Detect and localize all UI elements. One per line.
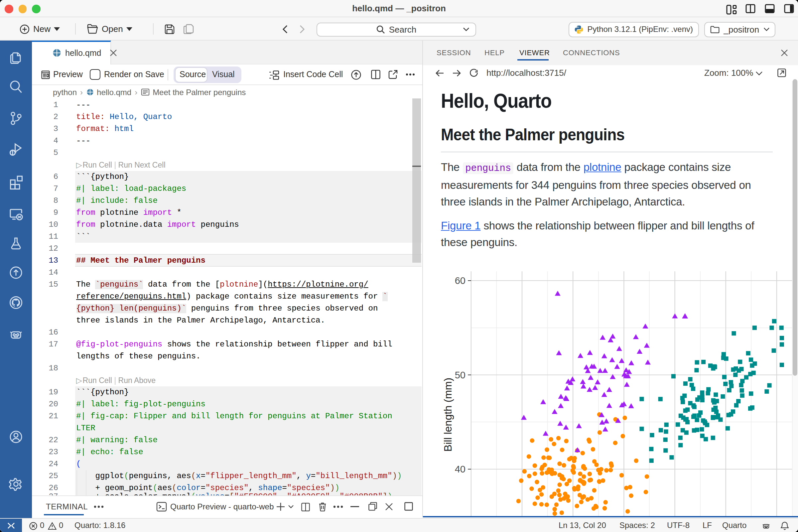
svg-text:Bill length (mm): Bill length (mm) — [442, 377, 454, 451]
svg-text:40: 40 — [455, 463, 466, 474]
svg-text:60: 60 — [455, 275, 466, 286]
svg-text:50: 50 — [455, 369, 466, 380]
